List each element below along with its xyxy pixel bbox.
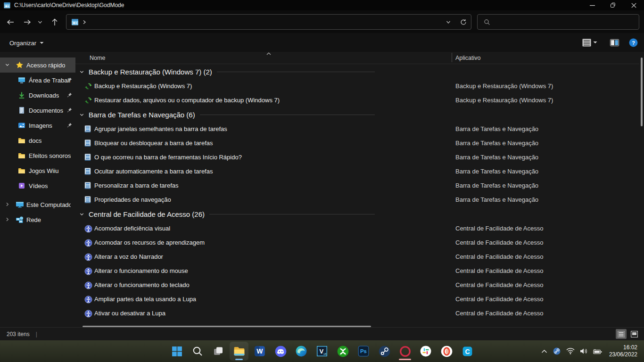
- sidebar-item-downloads[interactable]: Downloads: [0, 88, 75, 103]
- chevron-right-icon[interactable]: [5, 217, 10, 222]
- taskbar-discord-icon[interactable]: [271, 342, 290, 361]
- taskbar-search-icon[interactable]: [188, 342, 207, 361]
- sidebar-item--rea-de-trabalh[interactable]: Área de Trabalh: [0, 73, 75, 88]
- accessibility-icon: [84, 267, 92, 275]
- sidebar-item-label: Área de Trabalh: [0, 77, 71, 84]
- file-row[interactable]: Bloquear ou desbloquear a barra de taref…: [75, 136, 639, 150]
- chevron-down-icon[interactable]: [79, 212, 84, 217]
- sidebar-item-imagens[interactable]: Imagens: [0, 118, 75, 133]
- computer-icon: [16, 201, 24, 208]
- file-application: Barra de Tarefas e Navegação: [455, 140, 538, 147]
- svg-text:18: 18: [323, 353, 327, 355]
- chevron-right-icon[interactable]: [5, 202, 10, 207]
- taskbar-opera-gx-icon[interactable]: [396, 342, 414, 361]
- group-header[interactable]: Central de Facilidade de Acesso (26): [75, 207, 375, 222]
- column-separator[interactable]: [452, 53, 452, 62]
- wifi-icon[interactable]: [566, 348, 575, 354]
- taskbar-steam-icon[interactable]: [375, 342, 394, 361]
- file-row[interactable]: Restaurar dados, arquivos ou o computado…: [75, 93, 639, 107]
- chevron-down-icon[interactable]: [79, 69, 84, 74]
- file-row[interactable]: Ocultar automaticamente a barra de taref…: [75, 165, 639, 179]
- taskbar-word-icon[interactable]: W: [250, 342, 269, 361]
- close-button[interactable]: [623, 0, 644, 10]
- taskbar-vegas-icon[interactable]: V18: [313, 342, 331, 361]
- taskbar-start-icon[interactable]: [167, 342, 186, 361]
- taskbar-slack-icon[interactable]: [416, 342, 435, 361]
- breadcrumb-chevron-icon[interactable]: [83, 20, 86, 25]
- column-header-app[interactable]: Aplicativo: [455, 55, 481, 61]
- taskbar-file-explorer-icon[interactable]: [230, 342, 248, 361]
- battery-charging-icon[interactable]: [593, 348, 603, 354]
- refresh-button[interactable]: [456, 15, 471, 29]
- steam-tray-icon[interactable]: [553, 347, 561, 355]
- preview-pane-button[interactable]: [609, 37, 620, 48]
- running-indicator: [399, 359, 411, 360]
- file-application: Central de Facilidade de Acesso: [455, 239, 543, 246]
- command-bar: Organizar ?: [0, 33, 644, 52]
- navigation-bar: [0, 10, 644, 33]
- file-row[interactable]: Acomodar os recursos de aprendizagemCent…: [75, 236, 639, 250]
- clock[interactable]: 16:02 23/06/2022: [609, 344, 637, 358]
- address-dropdown-button[interactable]: [441, 15, 456, 29]
- file-row[interactable]: Agrupar janelas semelhantes na barra de …: [75, 122, 639, 136]
- document-icon: [18, 107, 25, 114]
- recent-locations-button[interactable]: [35, 17, 45, 27]
- organize-button[interactable]: Organizar: [6, 37, 48, 49]
- godmode-icon: [4, 2, 10, 8]
- pin-icon: [67, 92, 72, 98]
- taskbar-task-view-icon[interactable]: [209, 342, 228, 361]
- search-input[interactable]: [494, 19, 626, 25]
- sidebar-item-acesso-r-pido[interactable]: Acesso rápido: [0, 58, 75, 73]
- taskbar-xbox-icon[interactable]: [333, 342, 352, 361]
- chevron-down-icon[interactable]: [5, 62, 10, 67]
- change-view-button[interactable]: [581, 37, 599, 48]
- sidebar-item-este-computador[interactable]: Este Computador: [0, 197, 75, 212]
- help-button[interactable]: ?: [627, 37, 639, 48]
- sidebar-item-jogos-wiiu[interactable]: Jogos Wiiu: [0, 163, 75, 178]
- minimize-button[interactable]: [582, 0, 603, 10]
- sidebar-item-rede[interactable]: Rede: [0, 212, 75, 227]
- sidebar-item-docs[interactable]: docs: [0, 133, 75, 148]
- file-row[interactable]: Personalizar a barra de tarefasBarra de …: [75, 179, 639, 193]
- up-button[interactable]: [48, 17, 61, 27]
- sidebar-item-efeitos-sonoros[interactable]: Efeitos sonoros: [0, 148, 75, 163]
- taskbar-edge-icon[interactable]: [292, 342, 311, 361]
- file-row[interactable]: Alterar o funcionamento do tecladoCentra…: [75, 278, 639, 292]
- taskbar-settings-icon: [84, 125, 91, 133]
- vertical-scrollbar-track[interactable]: [640, 53, 643, 326]
- sidebar-item-documentos[interactable]: Documentos: [0, 103, 75, 118]
- address-bar[interactable]: [66, 14, 471, 30]
- file-row[interactable]: Ampliar partes da tela usando a LupaCent…: [75, 292, 639, 306]
- details-view-toggle[interactable]: [616, 329, 627, 339]
- file-row[interactable]: Propriedades de navegaçãoBarra de Tarefa…: [75, 193, 639, 207]
- file-application: Barra de Tarefas e Navegação: [455, 182, 538, 189]
- file-row[interactable]: Ativar ou desativar a LupaCentral de Fac…: [75, 306, 639, 321]
- icons-view-toggle[interactable]: [629, 329, 640, 339]
- taskbar-photoshop-icon[interactable]: Ps: [354, 342, 373, 361]
- forward-button[interactable]: [21, 17, 34, 27]
- taskbar-opera-icon[interactable]: [437, 342, 456, 361]
- group-header[interactable]: Backup e Restauração (Windows 7) (2): [75, 65, 375, 79]
- sidebar-item-label: Jogos Wiiu: [0, 167, 59, 174]
- search-box[interactable]: [477, 14, 639, 30]
- column-header-name[interactable]: Nome: [90, 55, 105, 61]
- chevron-down-icon[interactable]: [79, 112, 84, 117]
- hidden-icons-chevron-icon[interactable]: [541, 349, 547, 353]
- picture-icon: [18, 122, 25, 129]
- restore-button[interactable]: [603, 0, 623, 10]
- group-header[interactable]: Barra de Tarefas e Navegação (6): [75, 107, 375, 122]
- group-header-label: Central de Facilidade de Acesso (26): [89, 210, 205, 218]
- file-row[interactable]: Alterar o funcionamento do mouseCentral …: [75, 264, 639, 278]
- file-row[interactable]: Backup e Restauração (Windows 7)Backup e…: [75, 79, 639, 93]
- file-row[interactable]: Alterar a voz do NarradorCentral de Faci…: [75, 250, 639, 264]
- volume-icon[interactable]: [580, 348, 588, 354]
- file-row[interactable]: O que ocorreu na barra de ferramentas In…: [75, 150, 639, 165]
- vertical-scrollbar-thumb[interactable]: [641, 58, 643, 126]
- file-name: Bloquear ou desbloquear a barra de taref…: [94, 140, 368, 147]
- sidebar-item-v-deos[interactable]: Vídeos: [0, 178, 75, 193]
- taskbar-settings-icon: [84, 154, 91, 161]
- control-panel-icon: [71, 19, 79, 25]
- file-row[interactable]: Acomodar deficiência visualCentral de Fa…: [75, 222, 639, 236]
- taskbar-c-app-icon[interactable]: C: [458, 342, 477, 361]
- back-button[interactable]: [4, 17, 17, 27]
